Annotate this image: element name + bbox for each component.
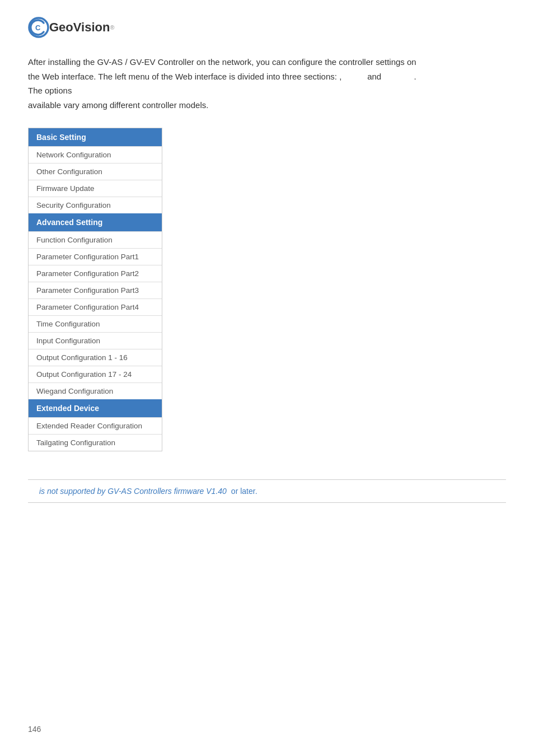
menu-item-extended-reader-config[interactable]: Extended Reader Configuration: [29, 417, 162, 434]
menu-item-tailgating-configuration[interactable]: Tailgating Configuration: [29, 434, 162, 451]
intro-separator: ,: [339, 72, 341, 81]
menu-item-function-configuration[interactable]: Function Configuration: [29, 231, 162, 248]
section-header-advanced: Advanced Setting: [29, 213, 162, 231]
menu-item-parameter-config-4[interactable]: Parameter Configuration Part4: [29, 298, 162, 315]
geovision-logo-icon: C: [28, 17, 49, 38]
section-header-basic: Basic Setting: [29, 128, 162, 146]
menu-box: Basic Setting Network Configuration Othe…: [28, 128, 162, 451]
menu-item-parameter-config-3[interactable]: Parameter Configuration Part3: [29, 282, 162, 298]
menu-item-parameter-config-1[interactable]: Parameter Configuration Part1: [29, 248, 162, 265]
note-link[interactable]: or later.: [231, 487, 257, 496]
menu-item-firmware-update[interactable]: Firmware Update: [29, 180, 162, 197]
menu-item-input-configuration[interactable]: Input Configuration: [29, 332, 162, 349]
menu-item-wiegand-configuration[interactable]: Wiegand Configuration: [29, 382, 162, 399]
intro-paragraph: After installing the GV-AS / GV-EV Contr…: [28, 55, 420, 112]
menu-item-security-configuration[interactable]: Security Configuration: [29, 197, 162, 213]
menu-item-network-configuration[interactable]: Network Configuration: [29, 146, 162, 163]
intro-text-1: After installing the GV-AS / GV-EV Contr…: [28, 57, 416, 81]
intro-and: and: [367, 72, 381, 81]
menu-item-parameter-config-2[interactable]: Parameter Configuration Part2: [29, 265, 162, 282]
menu-item-output-config-17-24[interactable]: Output Configuration 17 - 24: [29, 366, 162, 382]
note-highlight-text: is not supported by GV-AS Controllers fi…: [39, 487, 227, 496]
menu-item-other-configuration[interactable]: Other Configuration: [29, 163, 162, 180]
logo-text: GeoVision: [49, 20, 110, 35]
note-box: is not supported by GV-AS Controllers fi…: [28, 479, 506, 503]
logo-trademark: ®: [110, 24, 114, 31]
menu-item-output-config-1-16[interactable]: Output Configuration 1 - 16: [29, 349, 162, 366]
section-header-extended: Extended Device: [29, 399, 162, 417]
logo: C GeoVision®: [28, 17, 506, 38]
svg-text:C: C: [35, 24, 41, 32]
page-number: 146: [28, 725, 41, 734]
intro-text-2: available vary among different controlle…: [28, 100, 208, 110]
menu-item-time-configuration[interactable]: Time Configuration: [29, 315, 162, 332]
